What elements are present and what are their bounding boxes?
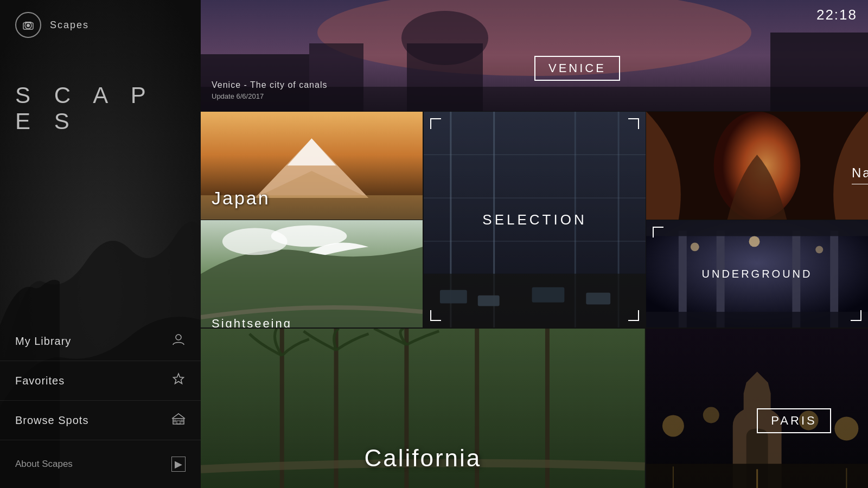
- bracket-tr: [628, 118, 639, 129]
- nature-label: Nature: [852, 165, 868, 184]
- svg-rect-34: [440, 290, 467, 304]
- sidebar-item-browse-spots[interactable]: Browse Spots: [0, 401, 201, 440]
- svg-rect-9: [177, 421, 180, 424]
- selection-label: SELECTION: [482, 211, 586, 228]
- svg-point-60: [703, 407, 719, 423]
- bracket-bl: [430, 310, 441, 321]
- tile-japan[interactable]: Japan: [201, 112, 423, 220]
- svg-rect-46: [646, 220, 868, 236]
- svg-rect-47: [646, 312, 868, 328]
- japan-label: Japan: [212, 188, 270, 209]
- tile-paris[interactable]: PARIS: [646, 329, 868, 488]
- svg-point-2: [27, 24, 30, 27]
- sidebar-bottom: About Scapes ▶: [0, 446, 201, 488]
- app-header: Scapes: [0, 0, 201, 50]
- app-name: Scapes: [50, 20, 89, 31]
- svg-rect-10: [174, 420, 176, 422]
- building-icon: [171, 412, 186, 429]
- svg-point-48: [691, 242, 699, 251]
- sidebar-item-favorites[interactable]: Favorites: [0, 361, 201, 401]
- tile-california[interactable]: California: [201, 329, 646, 488]
- col1: Japan: [201, 112, 423, 328]
- underground-bracket-tl: [653, 227, 663, 237]
- svg-point-50: [815, 246, 823, 253]
- svg-rect-35: [478, 296, 500, 306]
- brand-title: S C A P E S: [0, 50, 201, 145]
- paris-label: PARIS: [757, 408, 831, 433]
- sidebar-item-my-library[interactable]: My Library: [0, 322, 201, 361]
- underground-label: UNDERGROUND: [702, 267, 813, 280]
- svg-point-24: [271, 225, 347, 247]
- person-icon: [171, 332, 186, 350]
- svg-point-62: [834, 416, 858, 440]
- svg-rect-36: [532, 287, 565, 303]
- svg-point-6: [176, 335, 181, 340]
- sidebar: Scapes S C A P E S My Library Favorites: [0, 0, 201, 488]
- california-label: California: [364, 445, 481, 472]
- nature-bg: [646, 112, 868, 220]
- tile-grid: VENICE Venice - The city of canals Updat…: [201, 0, 868, 488]
- about-scapes[interactable]: About Scapes ▶: [15, 457, 186, 472]
- bracket-br: [628, 310, 639, 321]
- tile-venice-row[interactable]: VENICE Venice - The city of canals Updat…: [201, 0, 868, 111]
- underground-bracket-br: [851, 310, 861, 321]
- play-icon: ▶: [171, 457, 186, 472]
- svg-rect-37: [586, 293, 610, 305]
- sightseeing-label: Sightseeing: [212, 317, 292, 328]
- bracket-tl: [430, 118, 441, 129]
- svg-point-59: [662, 415, 684, 436]
- col3: Nature: [646, 112, 868, 328]
- star-icon: [171, 372, 186, 389]
- row3: California: [201, 328, 868, 488]
- main-nav: My Library Favorites Browse Spots: [0, 316, 201, 446]
- svg-rect-38: [424, 112, 646, 274]
- tile-nature[interactable]: Nature: [646, 112, 868, 220]
- svg-rect-8: [173, 419, 184, 424]
- venice-description: Venice - The city of canals Update 6/6/2…: [212, 80, 327, 100]
- main-content: 22:18: [201, 0, 868, 488]
- svg-point-49: [749, 236, 760, 247]
- tile-selection[interactable]: SELECTION: [423, 112, 646, 328]
- tile-sightseeing[interactable]: Sightseeing: [201, 220, 423, 328]
- tile-underground[interactable]: UNDERGROUND: [646, 220, 868, 328]
- svg-rect-11: [181, 420, 183, 422]
- sightseeing-bg: [201, 220, 423, 328]
- app-logo: [15, 12, 41, 38]
- clock: 22:18: [816, 7, 857, 23]
- svg-rect-5: [26, 22, 28, 23]
- svg-marker-7: [174, 374, 184, 384]
- row2: Japan: [201, 111, 868, 328]
